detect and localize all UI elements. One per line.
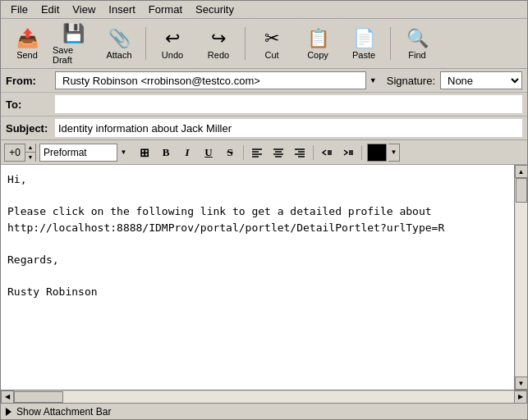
copy-icon: 📋 xyxy=(307,27,329,50)
attachment-bar-label: Show Attachment Bar xyxy=(16,406,111,418)
from-row: From: Rusty Robinson <rrobinson@testco.c… xyxy=(1,69,527,93)
attachment-bar[interactable]: Show Attachment Bar xyxy=(1,403,527,419)
hscroll-left-arrow[interactable]: ◀ xyxy=(1,390,14,404)
hscroll-track[interactable] xyxy=(14,391,514,403)
from-label: From: xyxy=(6,75,55,87)
hscroll-right-arrow[interactable]: ▶ xyxy=(514,390,527,404)
from-select[interactable]: Rusty Robinson <rrobinson@testco.com> xyxy=(55,71,380,89)
save-draft-label: Save Draft xyxy=(53,45,94,65)
scroll-up-arrow[interactable]: ▲ xyxy=(515,165,528,178)
cut-icon: ✂ xyxy=(264,27,279,50)
send-button[interactable]: 📤 Send xyxy=(6,22,48,65)
to-row: To: xyxy=(1,93,527,116)
undo-button[interactable]: ↩ Undo xyxy=(151,22,194,65)
underline-button[interactable]: U xyxy=(199,144,218,162)
from-select-wrapper: Rusty Robinson <rrobinson@testco.com> ▼ xyxy=(55,71,380,89)
scroll-track[interactable] xyxy=(516,178,527,377)
copy-button[interactable]: 📋 Copy xyxy=(296,22,339,65)
save-draft-icon: 💾 xyxy=(62,22,85,45)
attach-button[interactable]: 📎 Attach xyxy=(98,22,140,65)
scroll-thumb[interactable] xyxy=(516,178,527,203)
format-separator-1 xyxy=(243,145,244,160)
app-window: File Edit View Insert Format Security 📤 … xyxy=(0,0,528,420)
menu-edit[interactable]: Edit xyxy=(34,2,66,17)
signature-select[interactable]: None xyxy=(440,71,522,89)
font-select-wrapper: Preformat ▼ xyxy=(39,144,130,162)
send-label: Send xyxy=(16,50,38,60)
find-label: Find xyxy=(408,50,425,60)
align-left-button[interactable] xyxy=(247,144,267,162)
vertical-scrollbar: ▲ ▼ xyxy=(514,165,527,390)
format-separator-3 xyxy=(361,145,362,160)
horizontal-scrollbar: ◀ ▶ xyxy=(1,390,527,403)
insert-table-button[interactable]: ⊞ xyxy=(135,144,154,162)
redo-icon: ↪ xyxy=(211,27,226,50)
hscroll-thumb[interactable] xyxy=(14,391,63,403)
font-size-arrows: ▲ ▼ xyxy=(25,144,35,162)
save-draft-button[interactable]: 💾 Save Draft xyxy=(52,22,94,65)
body-with-vscroll: ▲ ▼ xyxy=(1,165,527,390)
undo-icon: ↩ xyxy=(165,27,180,50)
align-right-button[interactable] xyxy=(290,144,310,162)
menu-format[interactable]: Format xyxy=(142,2,189,17)
text-color-button[interactable] xyxy=(367,144,387,162)
toolbar-separator-3 xyxy=(390,27,391,60)
font-size-control: ▲ ▼ xyxy=(4,144,36,162)
body-area: ▲ ▼ ◀ ▶ Show Attachment Bar xyxy=(1,165,527,419)
cut-label: Cut xyxy=(264,50,278,60)
to-input[interactable] xyxy=(55,95,522,113)
redo-label: Redo xyxy=(208,50,229,60)
align-center-button[interactable] xyxy=(269,144,288,162)
header-fields: From: Rusty Robinson <rrobinson@testco.c… xyxy=(1,69,527,140)
toolbar: 📤 Send 💾 Save Draft 📎 Attach ↩ Undo ↪ Re… xyxy=(1,19,527,69)
cut-button[interactable]: ✂ Cut xyxy=(250,22,293,65)
font-size-up[interactable]: ▲ xyxy=(25,144,35,153)
find-icon: 🔍 xyxy=(406,27,429,50)
format-separator-2 xyxy=(313,145,314,160)
menu-view[interactable]: View xyxy=(66,2,102,17)
menu-bar: File Edit View Insert Format Security xyxy=(1,1,527,19)
copy-label: Copy xyxy=(307,50,328,60)
toolbar-separator-1 xyxy=(145,27,146,60)
attach-label: Attach xyxy=(106,50,131,60)
strikethrough-button[interactable]: S xyxy=(220,144,240,162)
subject-row: Subject: xyxy=(1,116,527,139)
text-color-dropdown[interactable]: ▼ xyxy=(388,144,400,162)
bold-button[interactable]: B xyxy=(156,144,176,162)
to-label: To: xyxy=(6,98,55,111)
font-size-down[interactable]: ▼ xyxy=(25,153,35,162)
scroll-down-arrow[interactable]: ▼ xyxy=(515,377,528,390)
menu-file[interactable]: File xyxy=(4,2,34,17)
format-toolbar: ▲ ▼ Preformat ▼ ⊞ B I U S xyxy=(1,140,527,165)
indent-increase-button[interactable] xyxy=(338,144,358,162)
signature-label: Signature: xyxy=(387,75,435,87)
signature-select-wrapper: None xyxy=(440,71,522,89)
font-select[interactable]: Preformat xyxy=(39,144,130,162)
font-size-input[interactable] xyxy=(5,147,25,158)
send-icon: 📤 xyxy=(16,27,39,50)
redo-button[interactable]: ↪ Redo xyxy=(197,22,240,65)
email-body[interactable] xyxy=(1,165,514,390)
attach-icon: 📎 xyxy=(108,27,131,50)
undo-label: Undo xyxy=(162,50,183,60)
paste-button[interactable]: 📄 Paste xyxy=(342,22,385,65)
indent-decrease-button[interactable] xyxy=(317,144,337,162)
subject-input[interactable] xyxy=(55,119,522,137)
menu-security[interactable]: Security xyxy=(189,2,241,17)
toolbar-separator-2 xyxy=(245,27,246,60)
menu-insert[interactable]: Insert xyxy=(102,2,142,17)
subject-label: Subject: xyxy=(6,122,55,135)
paste-label: Paste xyxy=(352,50,375,60)
find-button[interactable]: 🔍 Find xyxy=(396,22,438,65)
paste-icon: 📄 xyxy=(353,27,375,50)
italic-button[interactable]: I xyxy=(177,144,197,162)
attach-triangle-icon[interactable] xyxy=(6,408,11,416)
